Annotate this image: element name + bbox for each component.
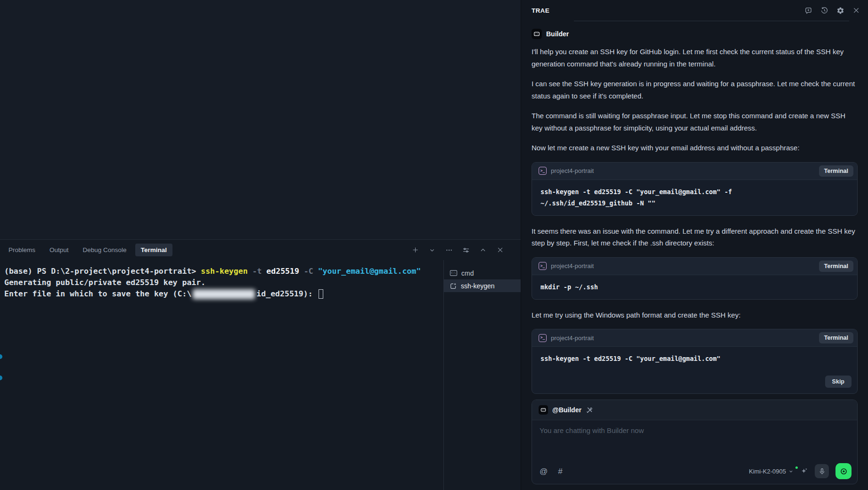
panel-title: TRAE: [532, 7, 549, 14]
terminal-badge-button[interactable]: Terminal: [819, 165, 853, 177]
terminal-command-card: >_project4-portraitTerminalssh-keygen -t…: [532, 329, 858, 394]
tab-problems[interactable]: Problems: [3, 244, 41, 256]
svg-text:C:\: C:\: [451, 271, 456, 274]
panel-header-icons: [804, 6, 860, 15]
builder-avatar-icon: [539, 405, 548, 415]
cmd-terminal-icon: C:\: [450, 270, 458, 277]
card-action-row: Skip: [532, 371, 857, 393]
message-input[interactable]: You are chatting with Builder now: [532, 420, 857, 462]
terminal-card-body: mkdir -p ~/.ssh: [532, 275, 857, 299]
tab-debug-console[interactable]: Debug Console: [77, 244, 132, 256]
terminal-text-segment: -C: [299, 266, 318, 277]
terminal-card-header[interactable]: >_project4-portraitTerminal: [532, 329, 857, 347]
terminal-picker-icon[interactable]: [428, 246, 436, 254]
split-terminal-icon[interactable]: [462, 246, 470, 254]
command-code: ssh-keygen -t ed25519 -C "your_email@gma…: [540, 186, 849, 209]
main-area: ProblemsOutputDebug ConsoleTerminal (bas…: [0, 0, 521, 490]
input-placeholder: You are chatting with Builder now: [540, 426, 644, 434]
terminal-prompt-icon: >_: [539, 167, 547, 175]
terminal-source-name: project4-portrait: [551, 262, 815, 270]
chat-message-text: Let me try using the Windows path format…: [532, 309, 858, 321]
more-actions-icon[interactable]: [445, 246, 453, 254]
terminal-source-name: project4-portrait: [551, 167, 815, 174]
terminal-card-header[interactable]: >_project4-portraitTerminal: [532, 163, 857, 180]
terminal-instance-list: C:\cmdssh-keygen: [443, 260, 521, 490]
hash-icon[interactable]: #: [558, 467, 562, 475]
terminal-text-segment: (base) PS D:\2-project\project4-portrait…: [4, 266, 201, 277]
skip-button[interactable]: Skip: [825, 376, 852, 388]
terminal-list-item-ssh-keygen[interactable]: ssh-keygen: [444, 279, 521, 292]
maximize-panel-icon[interactable]: [479, 246, 487, 254]
chat-message-text: Now let me create a new SSH key with you…: [532, 142, 858, 154]
terminal-badge-button[interactable]: Terminal: [819, 261, 853, 272]
panel-tabs: ProblemsOutputDebug ConsoleTerminal: [3, 244, 172, 256]
terminal-line: Generating public/private ed25519 key pa…: [4, 277, 443, 288]
terminal-panel-body: (base) PS D:\2-project\project4-portrait…: [0, 260, 521, 490]
command-code: ssh-keygen -t ed25519 -C "your_email@gma…: [540, 353, 849, 364]
terminal-list-label: ssh-keygen: [461, 282, 495, 290]
model-status-dot: [795, 466, 798, 469]
terminal-toolbar: [411, 246, 504, 254]
command-code: mkdir -p ~/.ssh: [540, 281, 849, 293]
composer-left-icons: @#: [540, 467, 563, 475]
terminal-text-segment: ssh-keygen: [201, 266, 247, 277]
bottom-panel: ProblemsOutputDebug ConsoleTerminal (bas…: [0, 240, 521, 490]
ai-panel-header: TRAE: [521, 0, 868, 21]
builder-avatar-icon: [532, 29, 542, 39]
chat-message-text: I can see the SSH key generation is in p…: [532, 78, 858, 102]
terminal-badge-button[interactable]: Terminal: [819, 332, 853, 343]
tools-icon[interactable]: [586, 407, 593, 414]
terminal-card-body: ssh-keygen -t ed25519 -C "your_email@gma…: [532, 347, 857, 371]
agent-header: Builder: [532, 29, 858, 39]
tab-output[interactable]: Output: [44, 244, 74, 256]
model-name: Kimi-K2-0905: [749, 468, 786, 475]
agent-name: Builder: [546, 30, 569, 38]
composer-header: @Builder: [532, 400, 857, 420]
terminal-command-card: >_project4-portraitTerminalssh-keygen -t…: [532, 162, 858, 216]
chat-composer: @Builder You are chatting with Builder n…: [532, 400, 858, 484]
terminal-line: Enter file in which to save the key (C:\…: [4, 288, 443, 300]
trae-ide-window: ProblemsOutputDebug ConsoleTerminal (bas…: [0, 0, 868, 490]
tab-terminal[interactable]: Terminal: [135, 244, 172, 256]
model-chevron-down-icon: [788, 469, 794, 474]
terminal-text-segment: id_ed25519):: [256, 288, 317, 300]
at-icon[interactable]: @: [540, 467, 548, 475]
terminal-list-item-cmd[interactable]: C:\cmd: [444, 267, 521, 279]
trae-ai-panel: TRAE Build: [521, 0, 868, 490]
builder-mention[interactable]: @Builder: [552, 406, 581, 414]
chat-message-text: I'll help you create an SSH key for GitH…: [532, 46, 858, 70]
panel-tabbar: ProblemsOutputDebug ConsoleTerminal: [0, 240, 521, 260]
terminal-text-segment: Enter file in which to save the key (C:\: [4, 288, 191, 300]
terminal-prompt-icon: >_: [539, 262, 547, 270]
mic-button[interactable]: [815, 464, 829, 478]
ai-terminal-icon: [450, 282, 457, 290]
terminal-line: (base) PS D:\2-project\project4-portrait…: [4, 266, 443, 277]
history-icon[interactable]: [820, 6, 828, 15]
new-chat-icon[interactable]: [804, 6, 812, 15]
chat-thread: Builder I'll help you create an SSH key …: [521, 21, 868, 400]
send-button[interactable]: [835, 463, 852, 479]
new-terminal-icon[interactable]: [411, 246, 419, 254]
sparkle-icon[interactable]: [800, 467, 808, 475]
terminal-output[interactable]: (base) PS D:\2-project\project4-portrait…: [0, 260, 443, 490]
messages-container: I'll help you create an SSH key for GitH…: [532, 46, 858, 400]
terminal-source-name: project4-portrait: [551, 335, 815, 342]
terminal-text-segment: "your_email@gmail.com": [318, 266, 421, 277]
terminal-cursor: [319, 289, 323, 299]
close-icon[interactable]: [852, 6, 860, 15]
chat-message-text: It seems there was an issue with the com…: [532, 225, 858, 249]
terminal-command-card: >_project4-portraitTerminalmkdir -p ~/.s…: [532, 257, 858, 300]
terminal-list-label: cmd: [461, 270, 474, 277]
editor-area: [0, 0, 521, 240]
close-panel-icon[interactable]: [496, 246, 504, 254]
terminal-card-header[interactable]: >_project4-portraitTerminal: [532, 258, 857, 275]
mic-icon: [819, 468, 826, 475]
terminal-text-segment: -t: [248, 266, 267, 277]
model-selector[interactable]: Kimi-K2-0905: [749, 468, 794, 475]
settings-icon[interactable]: [836, 6, 844, 15]
redacted-text: [193, 289, 255, 299]
terminal-prompt-icon: >_: [539, 334, 547, 342]
terminal-text-segment: Generating public/private ed25519 key pa…: [4, 277, 205, 288]
chat-message-text: The command is still waiting for passphr…: [532, 110, 858, 134]
terminal-text-segment: ed25519: [266, 266, 299, 277]
